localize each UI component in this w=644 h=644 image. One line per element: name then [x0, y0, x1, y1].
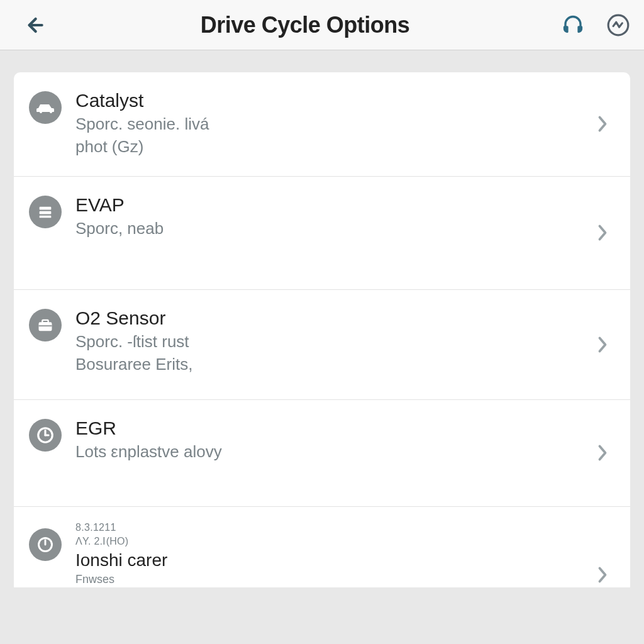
item-title: EGR: [75, 418, 585, 439]
item-meta: 8.3.1211: [75, 521, 585, 535]
item-subtitle-2: Bosuraree Erits,: [75, 353, 585, 375]
headset-icon: [562, 14, 584, 36]
back-button[interactable]: [19, 9, 50, 41]
activity-button[interactable]: [605, 12, 631, 38]
item-body: 8.3.1211 ΛY. 2.Ⅰ(HO) Ionshi carer Fnwses: [75, 519, 585, 587]
chevron-right-icon: [592, 114, 613, 134]
chevron-right-icon: [592, 223, 613, 243]
svg-rect-3: [40, 211, 52, 214]
power-icon: [29, 528, 62, 561]
content: Catalyst Sporc. seonie. livá phot (Gz) E…: [0, 50, 644, 587]
chevron-right-icon: [592, 443, 613, 463]
item-title: Catalyst: [75, 90, 585, 111]
header-actions: [560, 12, 631, 38]
list-item-ionshi[interactable]: 8.3.1211 ΛY. 2.Ⅰ(HO) Ionshi carer Fnwses: [14, 507, 630, 587]
arrow-left-icon: [22, 13, 47, 38]
svg-rect-4: [40, 216, 52, 218]
svg-rect-6: [42, 320, 48, 323]
list-item-catalyst[interactable]: Catalyst Sporc. seonie. livá phot (Gz): [14, 72, 630, 177]
gauge-icon: [29, 419, 62, 452]
item-body: Catalyst Sporc. seonie. livá phot (Gz): [75, 90, 585, 158]
item-title: EVAP: [75, 194, 585, 216]
svg-rect-2: [40, 207, 52, 210]
options-list: Catalyst Sporc. seonie. livá phot (Gz) E…: [14, 72, 630, 587]
page-title: Drive Cycle Options: [50, 12, 560, 38]
item-meta-2: ΛY. 2.Ⅰ(HO): [75, 535, 585, 548]
item-body: EVAP Sporc, neab: [75, 194, 585, 240]
item-subtitle: Sporc. -ſtist rust: [75, 330, 585, 353]
support-button[interactable]: [560, 12, 586, 38]
item-subtitle: Lots εnplastve alovy: [75, 440, 585, 463]
chevron-right-icon: [592, 335, 613, 355]
item-body: O2 Sensor Sporc. -ſtist rust Bosuraree E…: [75, 308, 585, 376]
item-title: O2 Sensor: [75, 308, 585, 329]
car-icon: [29, 91, 62, 124]
header: Drive Cycle Options: [0, 0, 644, 50]
item-subtitle: Fnwses: [75, 572, 585, 587]
case-icon: [29, 309, 62, 341]
activity-circle-icon: [606, 13, 630, 37]
list-item-o2sensor[interactable]: O2 Sensor Sporc. -ſtist rust Bosuraree E…: [14, 290, 630, 400]
list-item-evap[interactable]: EVAP Sporc, neab: [14, 177, 630, 290]
item-subtitle: Sporc, neab: [75, 217, 585, 240]
stack-icon: [29, 196, 62, 228]
item-title: Ionshi carer: [75, 550, 585, 570]
item-subtitle-2: phot (Gz): [75, 135, 585, 158]
item-body: EGR Lots εnplastve alovy: [75, 418, 585, 463]
chevron-right-icon: [592, 565, 613, 585]
item-subtitle: Sporc. seonie. livá: [75, 113, 585, 135]
list-item-egr[interactable]: EGR Lots εnplastve alovy: [14, 400, 630, 507]
